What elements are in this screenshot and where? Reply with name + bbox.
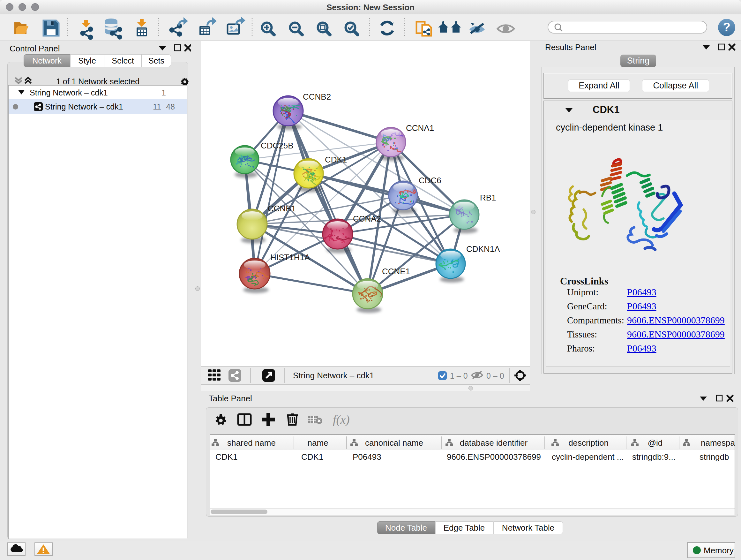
svg-text:RB1: RB1 — [480, 193, 496, 202]
svg-text:CCNA1: CCNA1 — [406, 123, 434, 133]
svg-text:@id: @id — [648, 438, 663, 448]
svg-text:canonical name: canonical name — [365, 438, 423, 448]
svg-text:CCNA2: CCNA2 — [353, 214, 381, 224]
svg-text:1 – 0: 1 – 0 — [450, 371, 468, 380]
svg-text:CCNB1: CCNB1 — [268, 204, 296, 213]
svg-text:CDKN1A: CDKN1A — [466, 244, 500, 254]
svg-text:CDC6: CDC6 — [419, 176, 441, 185]
svg-text:CDC25B: CDC25B — [261, 141, 293, 150]
svg-text:HIST1H1A: HIST1H1A — [270, 253, 310, 262]
svg-text:database identifier: database identifier — [460, 438, 528, 448]
svg-text:0 – 0: 0 – 0 — [486, 371, 504, 380]
svg-text:namespace: namespace — [701, 438, 735, 448]
svg-text:CCNE1: CCNE1 — [382, 266, 410, 276]
svg-text:CCNB2: CCNB2 — [303, 92, 331, 102]
svg-text:shared name: shared name — [227, 438, 276, 448]
svg-text:description: description — [568, 438, 609, 448]
svg-text:name: name — [307, 438, 328, 448]
svg-text:CDK1: CDK1 — [325, 155, 347, 165]
svg-text:f(x): f(x) — [333, 413, 350, 427]
svg-text:String Network – cdk1: String Network – cdk1 — [293, 371, 374, 380]
